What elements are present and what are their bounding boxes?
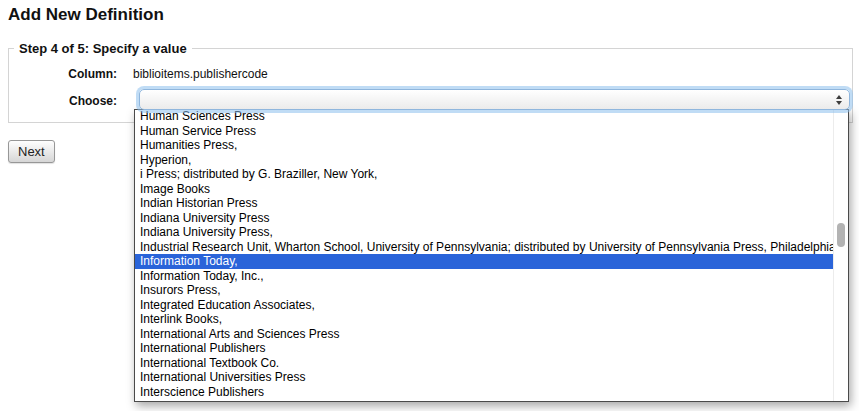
scrollbar-thumb[interactable] [837, 223, 845, 247]
dropdown-option[interactable]: Humanities Press, [135, 138, 848, 153]
dropdown-option[interactable]: Human Sciences Press [135, 109, 848, 124]
dropdown-option[interactable]: Information Today, Inc., [135, 269, 848, 284]
dropdown-option[interactable]: International Universities Press [135, 370, 848, 385]
column-label: Column: [8, 67, 117, 81]
dropdown-option[interactable]: Insurors Press, [135, 283, 848, 298]
value-select[interactable] [139, 89, 850, 110]
dropdown-option[interactable]: Integrated Education Associates, [135, 298, 848, 313]
updown-stepper-icon [836, 95, 842, 105]
choose-label: Choose: [8, 94, 117, 108]
dropdown-option-list: Human Sciences PressHuman Service PressH… [135, 109, 848, 402]
dropdown-option[interactable]: i Press; distributed by G. Braziller, Ne… [135, 167, 848, 182]
stepper-up-arrow [836, 95, 842, 99]
dropdown-option[interactable]: Image Books [135, 182, 848, 197]
page-title: Add New Definition [8, 5, 164, 25]
dropdown-option[interactable]: Interlink Books, [135, 312, 848, 327]
dropdown-option[interactable]: Indiana University Press [135, 211, 848, 226]
dropdown-option[interactable]: Indiana University Press, [135, 225, 848, 240]
dropdown-option[interactable]: Hyperion, [135, 153, 848, 168]
dropdown-scrollbar[interactable] [833, 110, 848, 401]
dropdown-option[interactable]: Information Today, [135, 254, 848, 269]
stepper-down-arrow [836, 101, 842, 105]
dropdown-option[interactable]: International Arts and Sciences Press [135, 327, 848, 342]
dropdown-option[interactable]: International Textbook Co. [135, 356, 848, 371]
dropdown-option[interactable]: Human Service Press [135, 124, 848, 139]
dropdown-option[interactable]: Interscience Publishers [135, 385, 848, 400]
column-value: biblioitems.publishercode [133, 67, 268, 81]
fieldset-legend: Step 4 of 5: Specify a value [14, 41, 192, 56]
dropdown-option[interactable]: Indian Historian Press [135, 196, 848, 211]
dropdown-option[interactable]: International Publishers [135, 341, 848, 356]
dropdown-panel: Human Sciences PressHuman Service PressH… [134, 109, 849, 402]
dropdown-option[interactable]: Interscience Publishers, [135, 399, 848, 402]
next-button[interactable]: Next [8, 140, 55, 163]
dropdown-option[interactable]: Industrial Research Unit, Wharton School… [135, 240, 848, 255]
